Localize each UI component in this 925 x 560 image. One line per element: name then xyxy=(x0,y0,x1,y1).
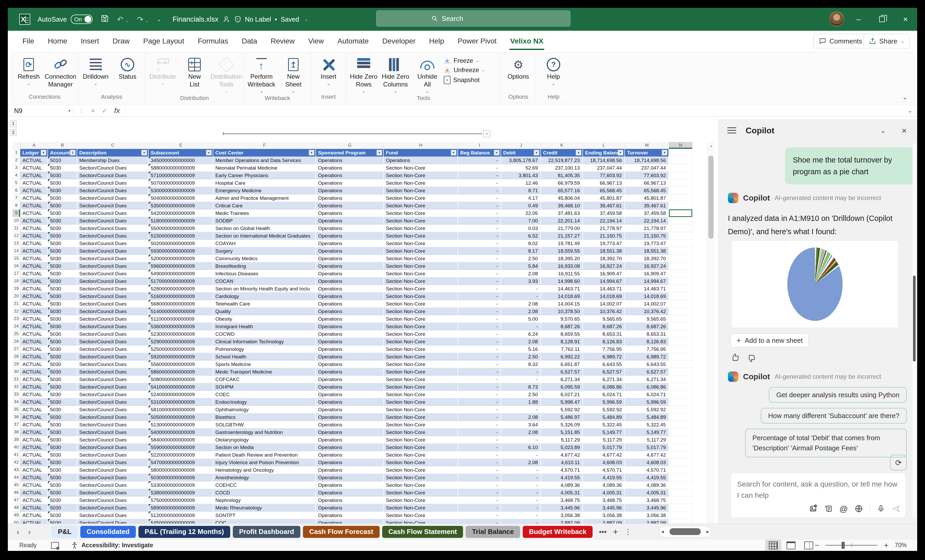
ribbon-tab-data[interactable]: Data xyxy=(235,31,264,51)
column-header-K[interactable]: K xyxy=(541,142,583,149)
add-to-new-sheet-button[interactable]: + Add to a new sheet xyxy=(731,333,809,347)
copilot-collapse-chevron-icon[interactable]: ⌄ xyxy=(880,126,886,135)
more-sheets-button[interactable]: ••• xyxy=(599,528,606,536)
row-number[interactable]: 6 xyxy=(12,187,20,194)
refresh-button[interactable]: ⟳Refresh⌄ xyxy=(13,55,44,86)
row-number[interactable]: 2 xyxy=(12,156,20,164)
spreadsheet-grid[interactable]: ABCEFGHIJKLMN1Ledger▼Account⇩Description… xyxy=(8,142,717,524)
sensitivity-shield-icon[interactable]: ? xyxy=(234,16,241,23)
new-sheet-button[interactable]: + xyxy=(613,527,618,537)
label-status[interactable]: No Label xyxy=(245,16,271,23)
save-icon[interactable] xyxy=(100,14,109,25)
table-row[interactable]: 16ACTUAL5030Section/Council Dues59600000… xyxy=(8,262,717,270)
table-row[interactable]: 29ACTUAL5030Section/Council Dues55600000… xyxy=(8,360,717,368)
sheet-tab-budget-writeback[interactable]: Budget Writeback xyxy=(523,526,593,538)
table-row[interactable]: 9ACTUAL5030Section/Council Dues542000000… xyxy=(8,209,717,217)
mention-icon[interactable]: @ xyxy=(839,504,848,514)
quick-access-chevron-icon[interactable]: ⌄ xyxy=(157,16,161,23)
zoom-out-icon[interactable]: − xyxy=(815,541,820,550)
row-number[interactable]: 19 xyxy=(12,285,20,293)
ribbon-tab-home[interactable]: Home xyxy=(41,31,74,51)
table-row[interactable]: 34ACTUAL5030Section/Council Dues53100000… xyxy=(8,398,717,406)
table-row[interactable]: 48ACTUAL5030Section/Council Dues58900000… xyxy=(8,504,717,512)
row-number[interactable]: 14 xyxy=(12,247,20,255)
thumbs-up-icon[interactable] xyxy=(731,353,740,363)
insert-button[interactable]: Insert⌄ xyxy=(313,55,344,86)
row-number[interactable]: 44 xyxy=(12,474,20,481)
collapse-group-button[interactable]: − xyxy=(484,131,490,137)
table-row[interactable]: 5ACTUAL5030Section/Council Dues507000000… xyxy=(8,179,717,187)
table-row[interactable]: 49ACTUAL5030Section/Council Dues51200000… xyxy=(8,512,717,519)
insert-function-icon[interactable]: fx xyxy=(114,107,120,115)
sheet-tab-p-l-trailing-12-months-[interactable]: P&L (Trailing 12 Months) xyxy=(139,526,230,538)
table-row[interactable]: 37ACTUAL5030Section/Council Dues51300000… xyxy=(8,421,717,428)
table-row[interactable]: 19ACTUAL5030Section/Council Dues52800000… xyxy=(8,285,717,293)
ribbon-tab-insert[interactable]: Insert xyxy=(74,31,106,51)
refresh-suggestions-button[interactable]: ⟳ xyxy=(890,455,907,470)
row-number[interactable]: 32 xyxy=(12,383,20,391)
share-button[interactable]: Share ⌄ xyxy=(863,34,910,48)
filter-icon[interactable]: ▼ xyxy=(534,150,539,156)
autosave-toggle[interactable]: On xyxy=(71,15,93,24)
table-row[interactable]: 47ACTUAL5030Section/Council Dues57500000… xyxy=(8,497,717,504)
row-number[interactable]: 28 xyxy=(12,353,20,360)
table-row[interactable]: 43ACTUAL5030Section/Council Dues58000000… xyxy=(8,466,717,474)
add-image-icon[interactable] xyxy=(809,504,818,514)
table-row[interactable]: 6ACTUAL5030Section/Council Dues530000000… xyxy=(8,187,717,194)
row-number[interactable]: 27 xyxy=(12,345,20,353)
document-title[interactable]: Financials.xlsx xyxy=(173,15,218,23)
header-cost-center[interactable]: Cost Center▼ xyxy=(213,149,316,156)
filter-icon[interactable]: ▼ xyxy=(206,150,212,156)
row-number[interactable]: 46 xyxy=(12,489,20,497)
header-description[interactable]: Description▼ xyxy=(77,149,149,156)
table-row[interactable]: 24ACTUAL5030Section/Council Dues53600000… xyxy=(8,323,717,330)
selected-cell-N9[interactable] xyxy=(669,209,693,217)
accessibility-status[interactable]: Accessibility: Investigate xyxy=(81,542,153,549)
column-header-E[interactable]: E xyxy=(149,142,213,149)
row-number[interactable]: 4 xyxy=(12,172,20,179)
ribbon-tab-draw[interactable]: Draw xyxy=(106,31,136,51)
search-input[interactable]: Search xyxy=(376,11,571,27)
filter-icon[interactable]: ▼ xyxy=(377,150,382,156)
ribbon-tab-help[interactable]: Help xyxy=(422,31,451,51)
filter-icon[interactable]: ▼ xyxy=(618,150,623,156)
row-number[interactable]: 11 xyxy=(12,225,20,232)
table-row[interactable]: 39ACTUAL5030Section/Council Dues58400000… xyxy=(8,436,717,444)
ribbon-tab-developer[interactable]: Developer xyxy=(375,31,422,51)
row-number[interactable]: 15 xyxy=(12,255,20,262)
table-row[interactable]: 36ACTUAL5030Section/Council Dues50500000… xyxy=(8,413,717,421)
row-number[interactable]: 21 xyxy=(12,300,20,308)
table-row[interactable]: 21ACTUAL5030Section/Council Dues56800000… xyxy=(8,300,717,308)
copilot-scrollbar[interactable] xyxy=(913,143,916,518)
table-row[interactable]: 14ACTUAL5030Section/Council Dues59300000… xyxy=(8,247,717,255)
new-list-button[interactable]: +New List xyxy=(179,55,210,88)
scrollbar-thumb[interactable] xyxy=(708,156,714,239)
send-icon[interactable] xyxy=(892,504,900,514)
scroll-left-icon[interactable]: ◂ xyxy=(659,529,666,534)
row-number[interactable]: 37 xyxy=(12,421,20,428)
row-number[interactable]: 3 xyxy=(12,164,20,172)
scroll-up-icon[interactable]: ▴ xyxy=(707,142,715,149)
sheet-tab-consolidated[interactable]: Consolidated xyxy=(80,526,136,538)
row-number[interactable]: 18 xyxy=(12,278,20,285)
suggestion-chip[interactable]: How many different 'Subaccount' are ther… xyxy=(761,408,907,423)
row-number[interactable]: 41 xyxy=(12,451,20,459)
table-row[interactable]: 31ACTUAL5030Section/Council Dues50800000… xyxy=(8,375,717,383)
header-subaccount[interactable]: Subaccount▼ xyxy=(149,149,213,156)
table-row[interactable]: 8ACTUAL5030Section/Council Dues535000000… xyxy=(8,202,717,209)
zoom-slider-thumb[interactable] xyxy=(842,542,845,549)
row-number[interactable]: 35 xyxy=(12,406,20,413)
sheet-nav-right-icon[interactable]: › xyxy=(28,527,31,536)
row-number[interactable]: 8 xyxy=(12,202,20,209)
table-row[interactable]: 35ACTUAL5030Section/Council Dues58100000… xyxy=(8,406,717,413)
table-row[interactable]: 25ACTUAL5030Section/Council Dues52300000… xyxy=(8,330,717,338)
excel-app-icon[interactable] xyxy=(19,14,30,25)
table-row[interactable]: 2ACTUAL5010Membership Dues34500000000000… xyxy=(8,156,717,164)
drag-dots-icon[interactable]: ⋮ xyxy=(78,107,84,114)
sheet-tab-profit-dashboard[interactable]: Profit Dashboard xyxy=(233,526,300,538)
connection-manager-button[interactable]: Connection Manager xyxy=(45,55,76,88)
row-number[interactable]: 7 xyxy=(12,194,20,202)
row-number[interactable]: 16 xyxy=(12,262,20,270)
share-person-icon[interactable] xyxy=(223,15,230,23)
column-header-M[interactable]: M xyxy=(625,142,669,149)
